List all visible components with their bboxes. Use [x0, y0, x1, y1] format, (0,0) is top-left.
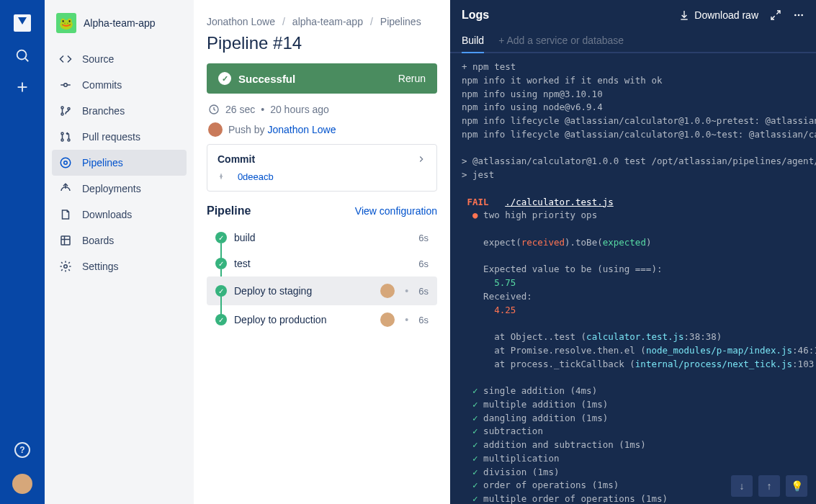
- sidebar-item-label: Deployments: [82, 183, 141, 194]
- logs-tabs: Build + Add a service or database: [450, 30, 816, 53]
- sidebar-item-commits[interactable]: Commits: [52, 72, 187, 98]
- svg-point-7: [61, 107, 63, 109]
- logs-title: Logs: [462, 9, 489, 22]
- sidebar-item-label: Downloads: [82, 209, 132, 220]
- pipeline-step[interactable]: ✓build6s: [207, 225, 437, 251]
- svg-point-8: [61, 113, 63, 115]
- pipeline-status-bar: ✓ Successful Rerun: [207, 63, 437, 94]
- step-name: Deploy to staging: [234, 285, 373, 297]
- svg-line-1: [25, 58, 28, 61]
- search-icon[interactable]: [14, 48, 30, 63]
- step-time: 6s: [418, 258, 429, 269]
- scroll-up-button[interactable]: ↑: [758, 475, 780, 497]
- step-name: test: [234, 258, 411, 269]
- pipeline-meta-author: Push by Jonathon Lowe: [208, 122, 436, 137]
- pipeline-step[interactable]: ✓test6s: [207, 251, 437, 276]
- success-icon: ✓: [215, 258, 227, 269]
- svg-point-4: [64, 84, 68, 87]
- commit-icon: [59, 78, 72, 91]
- lightbulb-button[interactable]: 💡: [786, 475, 807, 497]
- project-header[interactable]: 🐸 Alpha-team-app: [52, 13, 187, 46]
- user-avatar[interactable]: [12, 474, 32, 494]
- author-link[interactable]: Jonathon Lowe: [267, 124, 336, 135]
- sidebar-item-branches[interactable]: Branches: [52, 98, 187, 124]
- sidebar-item-pipelines[interactable]: Pipelines: [52, 150, 187, 176]
- sidebar-item-label: Settings: [82, 261, 119, 272]
- svg-point-0: [17, 50, 27, 60]
- step-time: 6s: [418, 286, 429, 297]
- svg-line-24: [776, 11, 780, 14]
- tab-build[interactable]: Build: [462, 30, 484, 53]
- success-icon: ✓: [215, 232, 227, 243]
- pipeline-steps-section: Pipeline View configuration ✓build6s✓tes…: [207, 204, 437, 334]
- code-icon: [59, 53, 72, 66]
- help-icon[interactable]: ?: [14, 442, 30, 458]
- svg-point-11: [61, 139, 63, 141]
- logs-output[interactable]: + npm test npm info it worked if it ends…: [450, 53, 816, 504]
- sidebar-item-label: Pull requests: [82, 131, 140, 143]
- clock-icon: [208, 104, 220, 115]
- sidebar-item-source[interactable]: Source: [52, 46, 187, 72]
- project-icon: 🐸: [56, 13, 76, 33]
- view-configuration-link[interactable]: View configuration: [355, 205, 437, 217]
- settings-icon: [59, 260, 72, 273]
- author-avatar: [208, 122, 223, 137]
- sidebar-item-label: Commits: [82, 79, 122, 91]
- expand-icon[interactable]: [770, 9, 781, 21]
- svg-point-9: [68, 108, 70, 110]
- commit-heading: Commit: [218, 153, 255, 165]
- main-content: Jonathon Lowe / alpha-team-app / Pipelin…: [194, 0, 450, 504]
- pipeline-step[interactable]: ✓Deploy to staging•6s: [207, 276, 437, 305]
- status-label: Successful: [238, 73, 295, 85]
- breadcrumb-item[interactable]: alpha-team-app: [292, 16, 363, 27]
- download-raw-button[interactable]: Download raw: [678, 9, 758, 21]
- page-title: Pipeline #14: [207, 33, 437, 53]
- rerun-button[interactable]: Rerun: [398, 73, 426, 84]
- download-icon: [59, 208, 72, 221]
- more-icon[interactable]: [793, 9, 804, 21]
- sidebar-item-settings[interactable]: Settings: [52, 253, 187, 279]
- svg-point-26: [794, 14, 797, 17]
- sidebar-item-boards[interactable]: Boards: [52, 228, 187, 253]
- sidebar-item-pull-requests[interactable]: Pull requests: [52, 124, 187, 150]
- breadcrumb-item[interactable]: Pipelines: [380, 16, 421, 27]
- add-icon[interactable]: [14, 79, 30, 95]
- breadcrumb-item[interactable]: Jonathon Lowe: [207, 16, 275, 27]
- step-name: build: [234, 232, 411, 243]
- step-time: 6s: [418, 233, 429, 243]
- pipeline-step[interactable]: ✓Deploy to production•6s: [207, 305, 437, 334]
- logs-panel: Logs Download raw Build + Add a service …: [450, 0, 816, 504]
- scroll-down-button[interactable]: ↓: [731, 475, 753, 497]
- chevron-right-icon: [416, 154, 426, 164]
- sidebar-item-deployments[interactable]: Deployments: [52, 176, 187, 202]
- project-sidebar: 🐸 Alpha-team-app SourceCommitsBranchesPu…: [45, 0, 194, 504]
- success-icon: ✓: [218, 72, 231, 85]
- svg-point-20: [220, 176, 223, 178]
- global-nav-rail: ?: [0, 0, 45, 504]
- download-icon: [678, 9, 690, 21]
- step-avatar: [380, 284, 395, 298]
- pipeline-heading: Pipeline: [207, 204, 251, 217]
- branch-icon: [59, 104, 72, 117]
- commit-hash[interactable]: 0deeacb: [238, 171, 274, 182]
- svg-point-28: [801, 14, 803, 17]
- board-icon: [59, 234, 72, 247]
- breadcrumb: Jonathon Lowe / alpha-team-app / Pipelin…: [207, 16, 437, 27]
- pr-icon: [59, 130, 72, 143]
- sidebar-item-downloads[interactable]: Downloads: [52, 202, 187, 228]
- commit-panel[interactable]: Commit 0deeacb: [207, 144, 437, 192]
- svg-point-12: [68, 139, 70, 141]
- sidebar-item-label: Branches: [82, 105, 125, 117]
- step-avatar: [380, 312, 395, 327]
- commit-icon: [218, 173, 225, 180]
- sidebar-item-label: Boards: [82, 235, 114, 246]
- svg-point-13: [60, 158, 71, 168]
- step-name: Deploy to production: [234, 314, 373, 325]
- svg-point-10: [61, 132, 63, 135]
- sidebar-item-label: Source: [82, 53, 114, 65]
- tab-add-service[interactable]: + Add a service or database: [498, 30, 624, 52]
- success-icon: ✓: [215, 314, 227, 325]
- bitbucket-logo-icon[interactable]: [14, 14, 31, 32]
- svg-point-18: [64, 265, 68, 269]
- svg-rect-15: [61, 236, 70, 245]
